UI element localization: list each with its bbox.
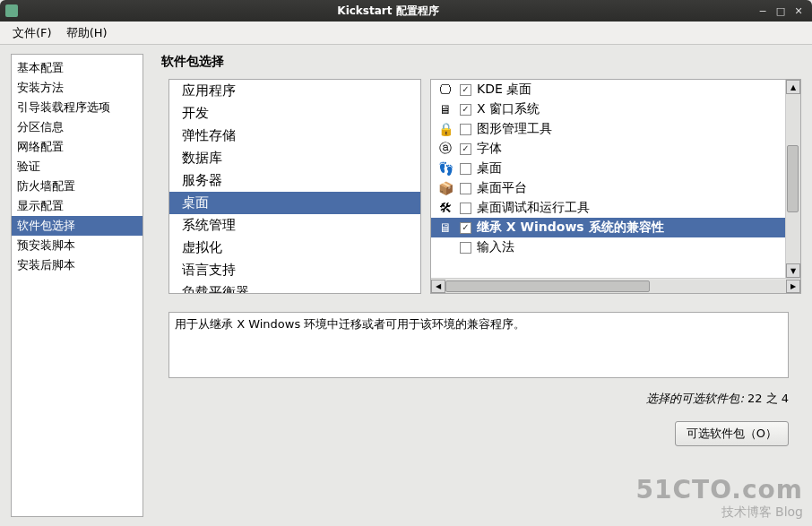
package-checkbox[interactable] — [460, 203, 471, 214]
sidebar-item[interactable]: 安装方法 — [12, 78, 143, 98]
category-item[interactable]: 弹性存储 — [169, 125, 420, 147]
package-label: 继承 X Windows 系统的兼容性 — [477, 220, 780, 236]
package-icon: 🛠 — [436, 200, 454, 216]
hscroll-track[interactable] — [445, 280, 786, 293]
section-title: 软件包选择 — [156, 54, 801, 70]
sidebar: 基本配置安装方法引导装载程序选项分区信息网络配置验证防火墙配置显示配置软件包选择… — [11, 54, 143, 517]
package-item[interactable]: 🔒图形管理工具 — [431, 119, 785, 139]
package-checkbox[interactable] — [460, 163, 471, 175]
sidebar-item[interactable]: 安装后脚本 — [12, 255, 143, 275]
horizontal-scrollbar[interactable]: ◀ ▶ — [431, 278, 800, 293]
package-checkbox[interactable] — [460, 183, 471, 194]
package-item[interactable]: 🖥✓X 窗口系统 — [431, 99, 785, 119]
package-panel: 🖵✓KDE 桌面🖥✓X 窗口系统🔒图形管理工具ⓐ✓字体👣桌面📦桌面平台🛠桌面调试… — [430, 79, 801, 294]
vscroll-thumb[interactable] — [787, 145, 799, 213]
package-label: 桌面平台 — [477, 180, 780, 196]
category-panel: 应用程序开发弹性存储数据库服务器桌面系统管理虚拟化语言支持负载平衡器 — [168, 79, 421, 294]
vscroll-track[interactable] — [786, 94, 800, 263]
package-item[interactable]: 👣桌面 — [431, 159, 785, 178]
scroll-right-icon[interactable]: ▶ — [786, 280, 800, 293]
sidebar-item[interactable]: 引导装载程序选项 — [12, 98, 143, 117]
sidebar-item[interactable]: 验证 — [12, 157, 143, 177]
menu-file[interactable]: 文件(F) — [5, 22, 59, 44]
description-box: 用于从继承 X Windows 环境中迁移或者可用于该环境的兼容程序。 — [168, 312, 789, 378]
close-button[interactable]: ✕ — [790, 4, 807, 18]
category-item[interactable]: 语言支持 — [169, 259, 420, 281]
menu-help[interactable]: 帮助(H) — [59, 22, 115, 44]
package-icon: 🖥 — [436, 220, 454, 236]
status-count: 22 之 4 — [747, 392, 789, 405]
vertical-scrollbar[interactable]: ▲ ▼ — [785, 80, 800, 278]
package-icon: 👣 — [436, 160, 454, 177]
package-icon: 🖥 — [436, 101, 454, 117]
sidebar-item[interactable]: 防火墙配置 — [12, 177, 143, 196]
package-label: KDE 桌面 — [477, 82, 780, 98]
category-item[interactable]: 开发 — [169, 102, 420, 125]
sidebar-item[interactable]: 基本配置 — [12, 58, 143, 78]
sidebar-item[interactable]: 分区信息 — [12, 117, 143, 137]
panels-row: 应用程序开发弹性存储数据库服务器桌面系统管理虚拟化语言支持负载平衡器 🖵✓KDE… — [168, 79, 801, 294]
optional-packages-button[interactable]: 可选软件包（O） — [675, 421, 789, 446]
button-row: 可选软件包（O） — [168, 421, 789, 446]
package-checkbox[interactable]: ✓ — [460, 84, 471, 96]
scroll-left-icon[interactable]: ◀ — [431, 280, 445, 293]
category-item[interactable]: 桌面 — [169, 192, 420, 214]
package-item[interactable]: 🛠桌面调试和运行工具 — [431, 198, 785, 218]
content-area: 基本配置安装方法引导装载程序选项分区信息网络配置验证防火墙配置显示配置软件包选择… — [0, 45, 812, 526]
main-panel: 软件包选择 应用程序开发弹性存储数据库服务器桌面系统管理虚拟化语言支持负载平衡器… — [156, 54, 801, 517]
category-item[interactable]: 应用程序 — [169, 80, 420, 102]
sidebar-item[interactable]: 网络配置 — [12, 137, 143, 157]
package-checkbox[interactable] — [460, 242, 471, 254]
category-item[interactable]: 虚拟化 — [169, 237, 420, 259]
package-label: 桌面 — [477, 160, 780, 177]
package-checkbox[interactable]: ✓ — [460, 222, 471, 234]
package-item[interactable]: 📦桌面平台 — [431, 178, 785, 198]
titlebar: Kickstart 配置程序 ─ □ ✕ — [0, 0, 812, 22]
category-item[interactable]: 服务器 — [169, 169, 420, 192]
window-title: Kickstart 配置程序 — [23, 4, 753, 19]
package-item[interactable]: 🖥✓继承 X Windows 系统的兼容性 — [431, 218, 785, 237]
category-item[interactable]: 负载平衡器 — [169, 281, 420, 294]
package-checkbox[interactable]: ✓ — [460, 104, 471, 116]
package-label: 输入法 — [477, 239, 780, 255]
app-icon — [5, 4, 18, 17]
package-icon: 🖵 — [436, 82, 454, 98]
status-row: 选择的可选软件包: 22 之 4 — [168, 391, 789, 407]
package-icon — [436, 239, 454, 255]
menubar: 文件(F) 帮助(H) — [0, 22, 812, 45]
maximize-button[interactable]: □ — [773, 4, 789, 18]
package-label: 桌面调试和运行工具 — [477, 200, 780, 216]
sidebar-item[interactable]: 显示配置 — [12, 196, 143, 216]
sidebar-item[interactable]: 软件包选择 — [12, 216, 143, 236]
scroll-up-icon[interactable]: ▲ — [786, 80, 800, 94]
package-icon: ⓐ — [436, 141, 454, 157]
package-item[interactable]: ⓐ✓字体 — [431, 139, 785, 159]
package-checkbox[interactable]: ✓ — [460, 143, 471, 155]
scroll-down-icon[interactable]: ▼ — [786, 263, 800, 278]
package-label: X 窗口系统 — [477, 101, 780, 117]
package-icon: 🔒 — [436, 121, 454, 137]
status-label: 选择的可选软件包: — [646, 392, 743, 405]
category-item[interactable]: 数据库 — [169, 147, 420, 169]
sidebar-item[interactable]: 预安装脚本 — [12, 236, 143, 255]
package-item[interactable]: 🖵✓KDE 桌面 — [431, 80, 785, 99]
package-list: 🖵✓KDE 桌面🖥✓X 窗口系统🔒图形管理工具ⓐ✓字体👣桌面📦桌面平台🛠桌面调试… — [431, 80, 785, 278]
package-checkbox[interactable] — [460, 124, 471, 135]
category-item[interactable]: 系统管理 — [169, 214, 420, 237]
package-label: 字体 — [477, 141, 780, 157]
package-label: 图形管理工具 — [477, 121, 780, 137]
package-icon: 📦 — [436, 180, 454, 196]
hscroll-thumb[interactable] — [445, 280, 650, 292]
minimize-button[interactable]: ─ — [755, 4, 771, 18]
package-item[interactable]: 输入法 — [431, 237, 785, 257]
